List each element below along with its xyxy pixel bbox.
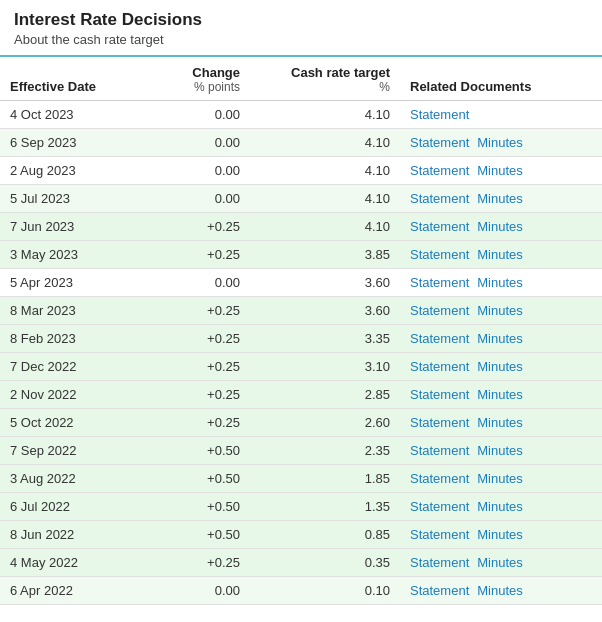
minutes-link[interactable]: Minutes <box>477 443 523 458</box>
cell-docs: StatementMinutes <box>400 185 602 213</box>
table-row: 2 Aug 20230.004.10StatementMinutes <box>0 157 602 185</box>
cell-rate: 4.10 <box>250 101 400 129</box>
statement-link[interactable]: Statement <box>410 499 469 514</box>
minutes-link[interactable]: Minutes <box>477 163 523 178</box>
cell-change: +0.25 <box>130 549 250 577</box>
cell-rate: 2.85 <box>250 381 400 409</box>
cell-docs: StatementMinutes <box>400 409 602 437</box>
cell-rate: 3.10 <box>250 353 400 381</box>
cell-rate: 3.60 <box>250 297 400 325</box>
statement-link[interactable]: Statement <box>410 247 469 262</box>
statement-link[interactable]: Statement <box>410 163 469 178</box>
cell-change: +0.25 <box>130 325 250 353</box>
statement-link[interactable]: Statement <box>410 219 469 234</box>
cell-docs: StatementMinutes <box>400 213 602 241</box>
col-header-date: Effective Date <box>0 56 130 101</box>
table-row: 5 Oct 2022+0.252.60StatementMinutes <box>0 409 602 437</box>
cell-change: 0.00 <box>130 129 250 157</box>
minutes-link[interactable]: Minutes <box>477 555 523 570</box>
cell-change: 0.00 <box>130 157 250 185</box>
cell-change: +0.25 <box>130 353 250 381</box>
cell-docs: StatementMinutes <box>400 521 602 549</box>
cell-date: 6 Apr 2022 <box>0 577 130 605</box>
cell-rate: 0.35 <box>250 549 400 577</box>
cell-change: +0.25 <box>130 213 250 241</box>
cell-date: 8 Mar 2023 <box>0 297 130 325</box>
statement-link[interactable]: Statement <box>410 359 469 374</box>
cell-change: +0.50 <box>130 437 250 465</box>
table-row: 8 Feb 2023+0.253.35StatementMinutes <box>0 325 602 353</box>
statement-link[interactable]: Statement <box>410 107 469 122</box>
minutes-link[interactable]: Minutes <box>477 415 523 430</box>
cell-rate: 4.10 <box>250 157 400 185</box>
cell-docs: StatementMinutes <box>400 129 602 157</box>
page-title: Interest Rate Decisions <box>14 10 588 30</box>
statement-link[interactable]: Statement <box>410 443 469 458</box>
cell-docs: StatementMinutes <box>400 437 602 465</box>
statement-link[interactable]: Statement <box>410 135 469 150</box>
table-row: 4 May 2022+0.250.35StatementMinutes <box>0 549 602 577</box>
statement-link[interactable]: Statement <box>410 275 469 290</box>
cell-change: 0.00 <box>130 101 250 129</box>
cell-date: 4 May 2022 <box>0 549 130 577</box>
cell-date: 8 Feb 2023 <box>0 325 130 353</box>
cell-date: 8 Jun 2022 <box>0 521 130 549</box>
table-row: 3 May 2023+0.253.85StatementMinutes <box>0 241 602 269</box>
minutes-link[interactable]: Minutes <box>477 275 523 290</box>
statement-link[interactable]: Statement <box>410 583 469 598</box>
cell-change: 0.00 <box>130 269 250 297</box>
cell-date: 5 Apr 2023 <box>0 269 130 297</box>
cell-docs: StatementMinutes <box>400 549 602 577</box>
cell-date: 2 Nov 2022 <box>0 381 130 409</box>
interest-rate-table: Effective Date Change % points Cash rate… <box>0 55 602 605</box>
minutes-link[interactable]: Minutes <box>477 583 523 598</box>
minutes-link[interactable]: Minutes <box>477 219 523 234</box>
statement-link[interactable]: Statement <box>410 527 469 542</box>
cell-date: 3 Aug 2022 <box>0 465 130 493</box>
statement-link[interactable]: Statement <box>410 555 469 570</box>
cell-date: 2 Aug 2023 <box>0 157 130 185</box>
minutes-link[interactable]: Minutes <box>477 331 523 346</box>
cell-rate: 3.60 <box>250 269 400 297</box>
table-row: 4 Oct 20230.004.10Statement <box>0 101 602 129</box>
cell-change: +0.50 <box>130 521 250 549</box>
statement-link[interactable]: Statement <box>410 331 469 346</box>
cell-docs: StatementMinutes <box>400 381 602 409</box>
cell-rate: 4.10 <box>250 129 400 157</box>
statement-link[interactable]: Statement <box>410 415 469 430</box>
table-row: 3 Aug 2022+0.501.85StatementMinutes <box>0 465 602 493</box>
minutes-link[interactable]: Minutes <box>477 303 523 318</box>
statement-link[interactable]: Statement <box>410 387 469 402</box>
cell-docs: Statement <box>400 101 602 129</box>
cell-change: +0.25 <box>130 241 250 269</box>
minutes-link[interactable]: Minutes <box>477 135 523 150</box>
cell-change: +0.25 <box>130 297 250 325</box>
statement-link[interactable]: Statement <box>410 471 469 486</box>
cell-rate: 0.85 <box>250 521 400 549</box>
minutes-link[interactable]: Minutes <box>477 247 523 262</box>
table-row: 6 Jul 2022+0.501.35StatementMinutes <box>0 493 602 521</box>
cell-change: +0.25 <box>130 381 250 409</box>
minutes-link[interactable]: Minutes <box>477 387 523 402</box>
cell-rate: 1.85 <box>250 465 400 493</box>
minutes-link[interactable]: Minutes <box>477 359 523 374</box>
cell-docs: StatementMinutes <box>400 353 602 381</box>
statement-link[interactable]: Statement <box>410 303 469 318</box>
col-header-change: Change % points <box>130 56 250 101</box>
minutes-link[interactable]: Minutes <box>477 499 523 514</box>
minutes-link[interactable]: Minutes <box>477 471 523 486</box>
minutes-link[interactable]: Minutes <box>477 527 523 542</box>
cell-change: +0.25 <box>130 409 250 437</box>
minutes-link[interactable]: Minutes <box>477 191 523 206</box>
col-header-docs: Related Documents <box>400 56 602 101</box>
table-row: 8 Jun 2022+0.500.85StatementMinutes <box>0 521 602 549</box>
cell-rate: 2.60 <box>250 409 400 437</box>
cell-change: +0.50 <box>130 493 250 521</box>
cell-rate: 1.35 <box>250 493 400 521</box>
statement-link[interactable]: Statement <box>410 191 469 206</box>
cell-rate: 4.10 <box>250 213 400 241</box>
cell-docs: StatementMinutes <box>400 297 602 325</box>
cell-docs: StatementMinutes <box>400 465 602 493</box>
cell-date: 3 May 2023 <box>0 241 130 269</box>
cell-docs: StatementMinutes <box>400 577 602 605</box>
